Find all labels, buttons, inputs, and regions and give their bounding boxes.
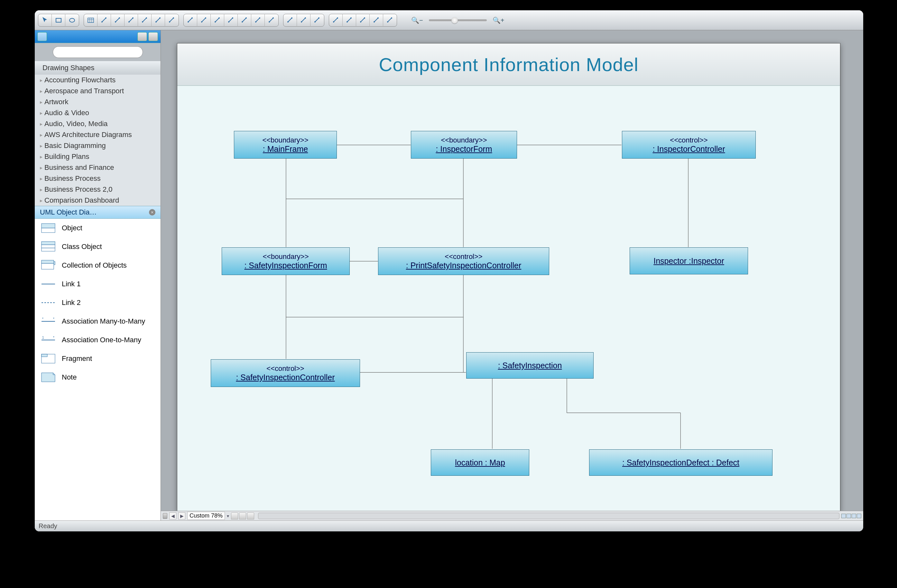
zoom-readout[interactable]: Custom 78% [187, 512, 225, 520]
align-right-icon[interactable] [311, 14, 324, 27]
tree-item[interactable]: AWS Architecture Diagrams [35, 129, 161, 140]
stencil-list: ObjectClass ObjectCollection of ObjectsL… [35, 219, 161, 521]
svg-point-8 [115, 21, 116, 23]
sidebar: Drawing Shapes Accounting FlowchartsAero… [35, 30, 161, 521]
tree-item[interactable]: Audio, Video, Media [35, 118, 161, 129]
tree-item[interactable]: Business Process [35, 173, 161, 184]
zoom-slider[interactable] [429, 19, 487, 21]
ellipse-icon[interactable] [65, 14, 79, 27]
split-handle-icon[interactable] [163, 513, 167, 519]
arc-icon[interactable] [197, 14, 211, 27]
stencil-item[interactable]: Link 2 [35, 293, 161, 312]
class-object-icon [39, 239, 57, 255]
search-tab-icon[interactable] [148, 32, 158, 41]
tree-item[interactable]: Audio & Video [35, 107, 161, 118]
tree-item[interactable]: Business and Finance [35, 162, 161, 173]
rotate-icon[interactable] [329, 14, 343, 27]
stencil-item[interactable]: Collection of Objects [35, 256, 161, 275]
stencil-item[interactable]: Object [35, 219, 161, 237]
curve-icon[interactable] [211, 14, 224, 27]
uml-object-n8[interactable]: : SafetyInspection [466, 352, 594, 378]
eyedropper-icon[interactable] [383, 14, 397, 27]
connector-poly-icon[interactable] [111, 14, 124, 27]
stencil-item[interactable]: Note [35, 368, 161, 387]
tree-item[interactable]: Comparison Dashboard [35, 195, 161, 206]
status-text: Ready [38, 522, 57, 530]
uml-object-n6[interactable]: Inspector :Inspector [630, 247, 748, 274]
freehand-icon[interactable] [251, 14, 265, 27]
object-name: : MainFrame [263, 144, 308, 154]
figure-icon[interactable] [370, 14, 383, 27]
tree-item[interactable]: Accounting Flowcharts [35, 75, 161, 86]
polyline-closed-icon[interactable] [238, 14, 251, 27]
stencil-item[interactable]: Link 1 [35, 275, 161, 293]
stencil-label: Association Many-to-Many [62, 317, 145, 326]
page-first-icon[interactable]: ◀ [169, 512, 176, 519]
align-center-icon[interactable] [297, 14, 311, 27]
uml-object-n2[interactable]: <<boundary>>: InspectorForm [411, 131, 517, 159]
grid-view-icon[interactable] [138, 32, 147, 41]
uml-object-n10[interactable]: : SafetyInspectionDefect : Defect [589, 449, 773, 476]
connector-sep-icon[interactable] [152, 14, 165, 27]
uml-object-n4[interactable]: <<boundary>>: SafetyInspectionForm [222, 247, 350, 275]
svg-rect-54 [41, 260, 54, 263]
zoom-in-icon[interactable]: 🔍+ [493, 17, 505, 24]
svg-point-19 [191, 17, 193, 18]
search-input[interactable] [53, 46, 143, 58]
canvas[interactable]: Component Information Model <<boundary>>… [177, 43, 840, 512]
zoom-icon[interactable] [343, 14, 356, 27]
uml-object-n3[interactable]: <<control>>: InspectorController [622, 131, 756, 159]
tree-item[interactable]: Business Process 2,0 [35, 184, 161, 195]
svg-point-24 [228, 21, 230, 23]
page-tab[interactable] [247, 512, 254, 519]
pointer-icon[interactable] [38, 14, 52, 27]
svg-point-22 [214, 21, 216, 23]
library-tree: Accounting FlowchartsAerospace and Trans… [35, 75, 161, 206]
line-icon[interactable] [184, 14, 197, 27]
object-name: : InspectorForm [436, 144, 492, 154]
h-scrollbar[interactable] [258, 513, 839, 519]
stencil-item[interactable]: Class Object [35, 237, 161, 256]
svg-point-44 [373, 21, 375, 23]
stencil-item[interactable]: Fragment [35, 349, 161, 368]
uml-object-n7[interactable]: <<control>>: SafetyInspectionController [211, 359, 360, 387]
align-left-icon[interactable] [283, 14, 297, 27]
table-icon[interactable] [84, 14, 98, 27]
uml-object-n5[interactable]: <<control>>: PrintSafetyInspectionContro… [378, 247, 549, 275]
page-tab[interactable] [239, 512, 246, 519]
stencil-item[interactable]: **Association Many-to-Many [35, 312, 161, 331]
zoom-out-icon[interactable]: 🔍− [411, 17, 423, 24]
uml-object-n1[interactable]: <<boundary>>: MainFrame [234, 131, 337, 159]
svg-point-12 [142, 21, 143, 23]
sidebar-tabs [35, 30, 161, 43]
uml-object-n9[interactable]: location : Map [431, 449, 529, 476]
svg-point-7 [105, 17, 107, 18]
connector-angle-icon[interactable] [138, 14, 152, 27]
freehand-closed-icon[interactable] [265, 14, 278, 27]
pan-icon[interactable] [356, 14, 370, 27]
tree-item[interactable]: Artwork [35, 96, 161, 107]
tree-item[interactable]: Building Plans [35, 151, 161, 162]
zoom-control[interactable]: 🔍− 🔍+ [411, 17, 504, 24]
polyline-icon[interactable] [224, 14, 238, 27]
text-tool-icon[interactable] [165, 14, 179, 27]
tool-group-view [329, 14, 397, 27]
object-name: : SafetyInspectionController [236, 373, 335, 382]
page-tab[interactable] [231, 512, 238, 519]
svg-rect-65 [41, 354, 47, 357]
canvas-viewport[interactable]: Component Information Model <<boundary>>… [161, 30, 863, 521]
stencil-header[interactable]: UML Object Dia… × [35, 206, 161, 219]
diagram-nodes: <<boundary>>: MainFrame<<boundary>>: Ins… [177, 43, 840, 512]
close-icon[interactable]: × [149, 209, 155, 216]
library-tab-icon[interactable] [37, 32, 47, 41]
rect-icon[interactable] [52, 14, 65, 27]
tree-item[interactable]: Aerospace and Transport [35, 86, 161, 96]
tree-item[interactable]: Basic Diagramming [35, 140, 161, 151]
note-icon [39, 369, 57, 385]
view-mode-icons[interactable] [841, 514, 861, 518]
stencil-item[interactable]: 1*Association One-to-Many [35, 331, 161, 349]
page-next-icon[interactable]: ▶ [178, 512, 185, 519]
connector-curve-icon[interactable] [124, 14, 138, 27]
zoom-dropdown-icon[interactable]: ▾ [227, 513, 229, 519]
smart-connector-icon[interactable] [98, 14, 111, 27]
